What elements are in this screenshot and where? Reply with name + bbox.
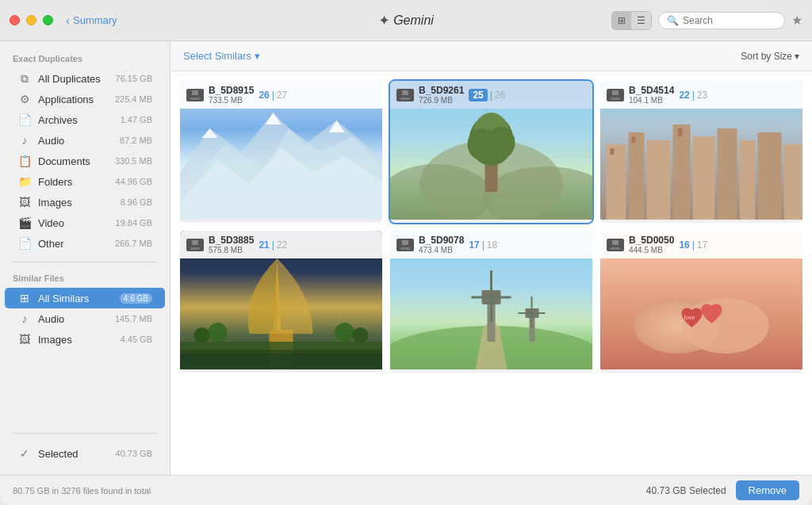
sidebar-size: 8.96 GB: [121, 197, 152, 207]
bookmark-button[interactable]: ★: [791, 13, 802, 28]
traffic-lights: [10, 15, 53, 25]
photo-header-4: B_5D3885 575.8 MB 21 | 22: [180, 231, 382, 258]
sidebar-item-other[interactable]: 📄 Other 266.7 MB: [5, 233, 165, 254]
svg-rect-20: [673, 124, 691, 220]
svg-point-36: [335, 323, 354, 342]
sidebar-size: 87.2 MB: [120, 136, 152, 145]
sidebar-item-images-similar[interactable]: 🖼 Images 4.45 GB: [5, 329, 165, 350]
sidebar-size: 145.7 MB: [115, 314, 152, 323]
photo-card-2[interactable]: B_5D9261 726.9 MB 25 | 26: [390, 81, 592, 223]
sort-label: Sort by Size: [741, 51, 792, 62]
sidebar-label: All Duplicates: [38, 73, 116, 85]
photo-card-1[interactable]: B_5D8915 733.5 MB 26 | 27: [180, 81, 382, 223]
folder-icon: 📁: [17, 174, 32, 189]
svg-rect-17: [607, 144, 626, 220]
sidebar-size: 76.15 GB: [116, 74, 152, 83]
sort-button[interactable]: Sort by Size ▾: [741, 51, 799, 62]
selected-label: Selected: [38, 448, 116, 460]
photo-name-3: B_5D4514: [629, 85, 674, 96]
photo-grid: B_5D8915 733.5 MB 26 | 27: [170, 71, 812, 475]
audio-similar-icon: ♪: [17, 312, 32, 326]
sidebar-label: Audio: [38, 313, 115, 325]
photo-header-3: B_5D4514 104.1 MB 22 | 23: [600, 81, 802, 109]
sidebar-label: All Similars: [38, 293, 120, 304]
svg-text:love: love: [684, 314, 695, 321]
sidebar-item-audio[interactable]: ♪ Audio 87.2 MB: [5, 130, 165, 151]
sidebar-item-documents[interactable]: 📋 Documents 330.5 MB: [5, 151, 165, 171]
photo-size-5: 473.4 MB: [419, 246, 464, 254]
photo-header-5: B_5D9078 473.4 MB 17 | 18: [390, 231, 592, 258]
photo-header-2: B_5D9261 726.9 MB 25 | 26: [390, 81, 592, 109]
photo-size-1: 733.5 MB: [209, 96, 254, 105]
audio-icon: ♪: [17, 133, 32, 147]
svg-rect-18: [629, 132, 645, 220]
back-label: Summary: [73, 14, 117, 26]
sidebar-item-applications[interactable]: ⚙ Applications 225.4 MB: [5, 89, 165, 109]
photo-header-6: B_5D0050 444.5 MB 16 | 17: [600, 231, 802, 258]
maximize-button[interactable]: [43, 15, 53, 25]
photo-size-3: 104.1 MB: [629, 96, 674, 105]
minimize-button[interactable]: [26, 15, 36, 25]
sidebar-item-folders[interactable]: 📁 Folders 44.96 GB: [5, 171, 165, 192]
sidebar-label: Other: [38, 238, 115, 250]
content-area: Select Similars ▾ Sort by Size ▾ B_5D891…: [170, 41, 812, 475]
sidebar-label: Applications: [38, 94, 115, 105]
back-button[interactable]: ‹ Summary: [66, 13, 117, 27]
grid-view-button[interactable]: ⊞: [612, 12, 631, 29]
sidebar-item-images[interactable]: 🖼 Images 8.96 GB: [5, 192, 165, 212]
sidebar: Exact Duplicates ⧉ All Duplicates 76.15 …: [0, 41, 170, 475]
selected-row: ✓ Selected 40.73 GB: [5, 442, 165, 465]
app-title-area: ✦ Gemini: [378, 12, 434, 29]
photo-card-4[interactable]: B_5D3885 575.8 MB 21 | 22: [180, 231, 382, 373]
disk-icon-5: [396, 239, 414, 251]
sidebar-item-audio-similar[interactable]: ♪ Audio 145.7 MB: [5, 308, 165, 329]
svg-rect-28: [678, 128, 683, 136]
bottom-right: 40.73 GB Selected Remove: [646, 480, 799, 500]
remove-button[interactable]: Remove: [736, 480, 799, 500]
photo-name-5: B_5D9078: [419, 235, 464, 246]
search-box[interactable]: 🔍: [658, 12, 785, 29]
photo-size-6: 444.5 MB: [629, 246, 674, 254]
main-window: ‹ Summary ✦ Gemini ⊞ ☰ 🔍 ★ Exact Duplica…: [0, 0, 812, 505]
sidebar-item-all-similars[interactable]: ⊞ All Similars 4.6 GB: [5, 288, 165, 308]
svg-rect-27: [632, 136, 636, 143]
svg-point-55: [682, 298, 769, 354]
titlebar-right: ⊞ ☰ 🔍 ★: [611, 11, 802, 30]
sidebar-size: 4.45 GB: [121, 335, 152, 344]
svg-rect-26: [611, 148, 615, 155]
sidebar-size: 266.7 MB: [115, 239, 152, 248]
photo-count-3: 22 | 23: [679, 90, 707, 101]
photo-size-2: 726.9 MB: [419, 96, 464, 105]
video-icon: 🎬: [17, 216, 32, 230]
photo-card-3[interactable]: B_5D4514 104.1 MB 22 | 23: [600, 81, 802, 223]
sidebar-item-video[interactable]: 🎬 Video 19.84 GB: [5, 212, 165, 233]
view-toggle: ⊞ ☰: [611, 11, 652, 30]
photo-count-6: 16 | 17: [679, 239, 707, 251]
svg-point-34: [209, 323, 228, 342]
main-content: Exact Duplicates ⧉ All Duplicates 76.15 …: [0, 41, 812, 475]
close-button[interactable]: [10, 15, 20, 25]
images-icon: 🖼: [17, 195, 32, 209]
sort-arrow: ▾: [795, 51, 799, 62]
list-view-button[interactable]: ☰: [631, 12, 651, 29]
photo-name-4: B_5D3885: [209, 235, 254, 246]
sidebar-label: Images: [38, 197, 121, 209]
duplicate-icon: ⧉: [17, 71, 32, 86]
disk-icon-6: [607, 239, 624, 251]
photo-card-5[interactable]: B_5D9078 473.4 MB 17 | 18: [390, 231, 592, 373]
sidebar-item-archives[interactable]: 📄 Archives 1.47 GB: [5, 109, 165, 130]
exact-duplicates-label: Exact Duplicates: [0, 51, 170, 68]
sidebar-size: 225.4 MB: [115, 94, 152, 104]
photo-name-6: B_5D0050: [629, 235, 674, 246]
sidebar-label: Audio: [38, 135, 120, 147]
photo-count-1: 26 | 27: [259, 90, 287, 101]
select-similars-button[interactable]: Select Similars ▾: [183, 50, 260, 62]
photo-size-4: 575.8 MB: [209, 246, 254, 254]
selected-size: 40.73 GB: [116, 449, 152, 458]
svg-point-37: [353, 327, 369, 343]
sidebar-item-all-duplicates[interactable]: ⧉ All Duplicates 76.15 GB: [5, 68, 165, 89]
gem-icon: ✦: [378, 12, 390, 29]
photo-card-6[interactable]: B_5D0050 444.5 MB 16 | 17: [600, 231, 802, 373]
photo-count-5: 17 | 18: [469, 239, 497, 251]
search-input[interactable]: [683, 15, 778, 26]
